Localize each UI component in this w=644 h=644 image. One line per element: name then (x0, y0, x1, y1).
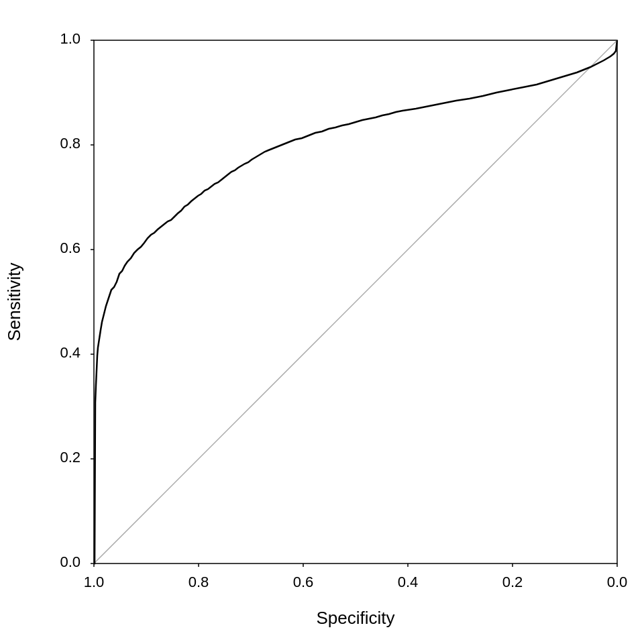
y-tick-label-02: 0.2 (60, 449, 80, 466)
x-tick-label-10: 1.0 (84, 574, 105, 590)
x-tick-label-08: 0.8 (189, 574, 209, 590)
x-tick-label-02: 0.2 (502, 574, 523, 590)
x-tick-label-00: 0.0 (607, 574, 628, 590)
y-tick-label-04: 0.4 (60, 344, 80, 361)
x-tick-label-06: 0.6 (293, 574, 314, 590)
x-tick-label-04: 0.4 (398, 574, 419, 590)
y-tick-label-06: 0.6 (60, 239, 80, 256)
y-axis-label: Sensitivity (4, 262, 24, 341)
y-tick-label-10: 1.0 (60, 30, 80, 47)
x-axis-label: Specificity (316, 608, 394, 628)
y-tick-label-0: 0.0 (60, 553, 80, 570)
roc-chart: Sensitivity Specificity 0.0 0.2 0.4 0.6 … (0, 0, 644, 644)
y-tick-label-08: 0.8 (60, 135, 80, 152)
chart-container: Sensitivity Specificity 0.0 0.2 0.4 0.6 … (0, 0, 644, 644)
